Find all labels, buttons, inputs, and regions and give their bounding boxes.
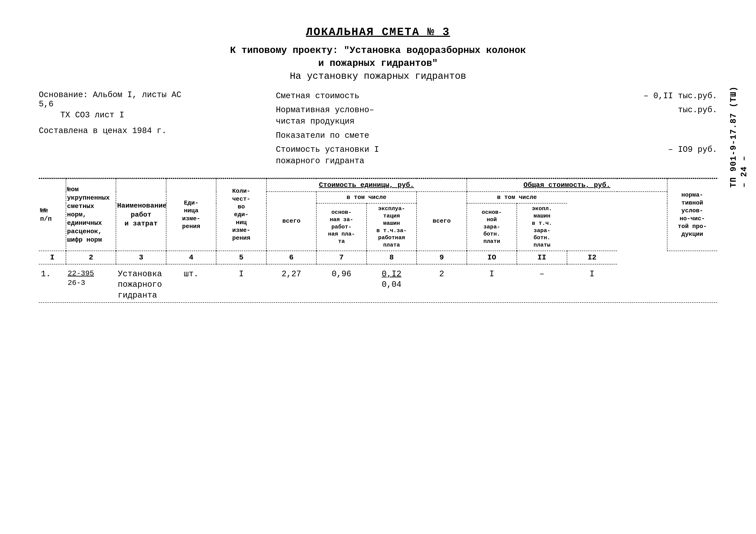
th-osnovnaya: основ-ная за-работ-ная пла-та (316, 203, 366, 251)
smetnaya-value: – 0,II тыс.руб. (643, 90, 717, 102)
normativnaya-row: Нормативная условно– чистая продукция ты… (276, 104, 717, 127)
th-unit: Еди-ницаизме-рения (166, 179, 216, 251)
row-vsego: 2,27 (266, 264, 316, 302)
stoimost-label: Стоимость установки I пожарного гидранта (276, 144, 664, 167)
page: ТП 901-9-17.87 (ТШ) – 24 – ЛОКАЛЬНАЯ СМЕ… (0, 0, 756, 534)
row-ekspluatatsiya: 0,I2 0,04 (366, 264, 417, 302)
subtitle1: К типовому проекту: "Установка водоразбо… (39, 45, 717, 56)
stoimost-value: – IO9 руб. (668, 144, 717, 167)
colnum-5: 5 (216, 251, 266, 264)
sostavlena: Составлена в ценах 1984 г. (39, 126, 190, 136)
row-qty: I (216, 264, 266, 302)
th-total-eksp: экопл.машинв т.ч.зара-ботн.платы (517, 203, 567, 251)
colnum-4: 4 (166, 251, 216, 264)
colnum-1: I (39, 251, 66, 264)
colnum-6: 6 (266, 251, 316, 264)
th-total-osnov: основ-нойзара-бoтн.плати (467, 203, 517, 251)
th-ekspluatatsiya: эксплуа-тациямашинв т.ч.за-работнаяплата (366, 203, 417, 251)
row-total-norm: I (567, 264, 617, 302)
row-total-eksp: – (517, 264, 567, 302)
pokazateli-row: Показатели по смете (276, 130, 717, 141)
subtitle3: На установку пожарных гидрантов (39, 71, 717, 82)
row-osnovnaya: 0,96 (316, 264, 366, 302)
th-name: Наименование работи затрат (116, 179, 166, 251)
colnum-2: 2 (66, 251, 116, 264)
th-code: №ом укрупненныхсметных норм,единичныхрас… (66, 179, 116, 251)
meta-block: Основание: Альбом I, листы АС 5,6 ТХ СО3… (39, 90, 717, 169)
meta-right: Сметная стоимость – 0,II тыс.руб. Нормат… (190, 90, 717, 169)
colnum-12: I2 (567, 251, 617, 264)
page-title: ЛОКАЛЬНАЯ СМЕТА № 3 (39, 26, 717, 38)
table-col-numbers: I 2 3 4 5 6 7 8 9 IO II I2 (39, 251, 717, 264)
normativnaya-label: Нормативная условно– чистая продукция (276, 104, 674, 127)
subtitle2: и пожарных гидрантов" (39, 58, 717, 69)
th-total-cost-header: Общая стоимость, руб. (467, 179, 667, 191)
row-code: 22-395 26-3 (66, 264, 116, 302)
th-vsego-total: всего (417, 191, 467, 251)
th-qty: Коли-чест-воеди-ницизме-рения (216, 179, 266, 251)
smetnaya-label: Сметная стоимость (276, 90, 639, 102)
table-row: 1. 22-395 26-3 Установка пожарного гидра… (39, 264, 717, 302)
header: ЛОКАЛЬНАЯ СМЕТА № 3 К типовому проекту: … (39, 26, 717, 82)
row-total-vsego: 2 (417, 264, 467, 302)
osnование-label: Основание: Альбом I, листы АС 5,6 (39, 90, 190, 109)
th-num: №№п/п (39, 179, 66, 251)
row-name: Установка пожарного гидранта (116, 264, 166, 302)
osnование-line2: ТХ СО3 лист I (60, 111, 190, 120)
colnum-9: 9 (417, 251, 467, 264)
colnum-7: 7 (316, 251, 366, 264)
row-num: 1. (39, 264, 66, 302)
pokazateli-label: Показатели по смете (276, 130, 717, 141)
th-v-tom-chisle-total: в том числе (467, 191, 567, 203)
th-vsego-unit: всего (266, 191, 316, 251)
meta-left: Основание: Альбом I, листы АС 5,6 ТХ СО3… (39, 90, 190, 169)
table-header-row1: №№п/п №ом укрупненныхсметных норм,единич… (39, 179, 717, 191)
normativnaya-value: тыс.руб. (678, 104, 717, 127)
colnum-11: II (517, 251, 567, 264)
stoimost-row: Стоимость установки I пожарного гидранта… (276, 144, 717, 167)
main-table-wrapper: №№п/п №ом укрупненныхсметных норм,единич… (39, 178, 717, 303)
colnum-3: 3 (116, 251, 166, 264)
row-unit: шт. (166, 264, 216, 302)
smetnaya-row: Сметная стоимость – 0,II тыс.руб. (276, 90, 717, 102)
th-unit-cost-header: Стоимость единицы, руб. (266, 179, 467, 191)
row-total-osnov: I (467, 264, 517, 302)
colnum-10: IO (467, 251, 517, 264)
main-table: №№п/п №ом укрупненныхсметных норм,единич… (39, 179, 717, 302)
side-label: ТП 901-9-17.87 (ТШ) – 24 – (728, 86, 749, 188)
th-norm: норма-тивнойуслов-но-чис-той про-дукции (667, 179, 717, 251)
colnum-8: 8 (366, 251, 417, 264)
th-v-tom-chisle-unit: в том числе (316, 191, 417, 203)
